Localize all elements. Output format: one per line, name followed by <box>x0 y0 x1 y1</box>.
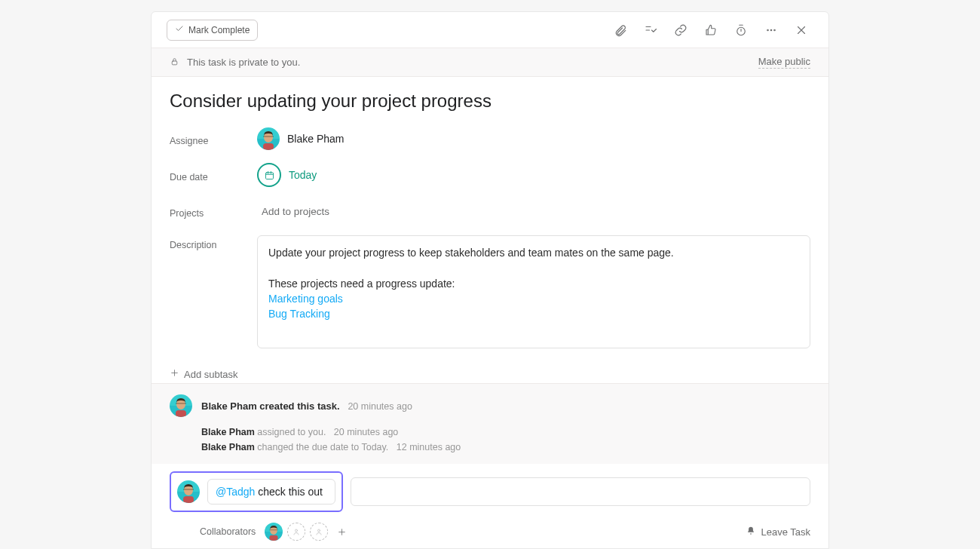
description-row: Description Update your project progress… <box>170 235 810 348</box>
activity-action: assigned to you. <box>257 427 326 437</box>
description-line: These projects need a progress update: <box>268 276 799 291</box>
more-icon[interactable] <box>759 18 783 42</box>
due-date-text: Today <box>289 169 317 181</box>
svg-point-11 <box>296 529 298 532</box>
activity-action: changed the due date to Today. <box>257 442 388 452</box>
avatar[interactable] <box>265 523 283 541</box>
mark-complete-label: Mark Complete <box>188 25 250 35</box>
make-public-link[interactable]: Make public <box>758 56 810 69</box>
comment-callout: @Tadgh check this out <box>170 471 343 512</box>
bell-icon <box>746 526 756 538</box>
collaborator-placeholder[interactable] <box>287 523 305 541</box>
activity-item: Blake Pham created this task. 20 minutes… <box>170 394 810 417</box>
leave-task-button[interactable]: Leave Task <box>746 526 810 538</box>
svg-point-8 <box>774 29 776 31</box>
thumbs-up-icon[interactable] <box>699 18 723 42</box>
attachment-icon[interactable] <box>608 18 632 42</box>
task-title[interactable]: Consider updating your project progress <box>170 90 810 112</box>
activity-timestamp: 12 minutes ago <box>397 442 461 452</box>
timer-icon[interactable] <box>729 18 753 42</box>
activity-timestamp: 20 minutes ago <box>334 427 398 437</box>
leave-task-label: Leave Task <box>761 526 810 538</box>
svg-point-7 <box>770 29 772 31</box>
collaborators-label: Collaborators <box>200 526 256 537</box>
svg-rect-9 <box>172 60 177 64</box>
task-footer: Collaborators Leave Task <box>152 512 828 548</box>
due-date-label: Due date <box>170 167 257 182</box>
privacy-message: This task is private to you. <box>187 57 300 68</box>
activity-user: Blake Pham <box>201 442 255 452</box>
activity-user: Blake Pham <box>201 427 255 437</box>
add-subtask-label: Add subtask <box>184 369 238 380</box>
plus-icon <box>170 368 179 380</box>
activity-timestamp: 20 minutes ago <box>348 401 412 412</box>
close-icon[interactable] <box>789 18 813 42</box>
activity-item: Blake Pham changed the due date to Today… <box>170 440 810 455</box>
comment-text: check this out <box>258 486 323 498</box>
comment-area: @Tadgh check this out <box>152 464 828 512</box>
avatar <box>170 394 192 417</box>
svg-point-6 <box>767 29 769 31</box>
activity-feed: Blake Pham created this task. 20 minutes… <box>152 383 828 464</box>
projects-row: Projects Add to projects <box>170 199 810 223</box>
add-to-projects: Add to projects <box>257 206 329 217</box>
assignee-row: Assignee Blake Pham <box>170 127 810 151</box>
check-icon <box>175 24 184 35</box>
comment-input-rest[interactable] <box>351 477 810 506</box>
description-line: Update your project progress to keep sta… <box>268 245 799 260</box>
collaborator-avatars <box>265 523 351 541</box>
project-link[interactable]: Marketing goals <box>268 293 343 305</box>
task-content: Consider updating your project progress … <box>152 77 828 383</box>
description-label: Description <box>170 235 257 250</box>
project-link[interactable]: Bug Tracking <box>268 308 330 320</box>
activity-text: Blake Pham created this task. <box>201 400 340 412</box>
mention-chip[interactable]: @Tadgh <box>216 486 255 498</box>
mark-complete-button[interactable]: Mark Complete <box>167 20 258 41</box>
svg-point-12 <box>318 529 320 532</box>
avatar <box>257 127 280 150</box>
projects-value[interactable]: Add to projects <box>257 206 810 217</box>
description-box[interactable]: Update your project progress to keep sta… <box>257 235 810 348</box>
activity-item: Blake Pham assigned to you. 20 minutes a… <box>170 425 810 440</box>
assignee-value[interactable]: Blake Pham <box>257 127 810 150</box>
assignee-name: Blake Pham <box>287 133 344 145</box>
avatar <box>177 480 200 503</box>
due-date-value[interactable]: Today <box>257 163 810 187</box>
privacy-banner: This task is private to you. Make public <box>152 48 828 77</box>
svg-rect-10 <box>265 172 273 179</box>
panel-header: Mark Complete <box>152 12 828 48</box>
comment-input[interactable]: @Tadgh check this out <box>207 479 335 505</box>
task-detail-panel: Mark Complete This task is private to yo <box>151 11 829 549</box>
link-icon[interactable] <box>669 18 693 42</box>
assignee-label: Assignee <box>170 131 257 146</box>
due-date-row: Due date Today <box>170 163 810 187</box>
subtask-icon[interactable] <box>639 18 663 42</box>
lock-icon <box>170 57 179 69</box>
collaborator-placeholder[interactable] <box>310 523 328 541</box>
add-collaborator-button[interactable] <box>332 523 351 541</box>
add-subtask-button[interactable]: Add subtask <box>170 368 238 380</box>
projects-label: Projects <box>170 204 257 219</box>
calendar-icon <box>257 163 281 187</box>
